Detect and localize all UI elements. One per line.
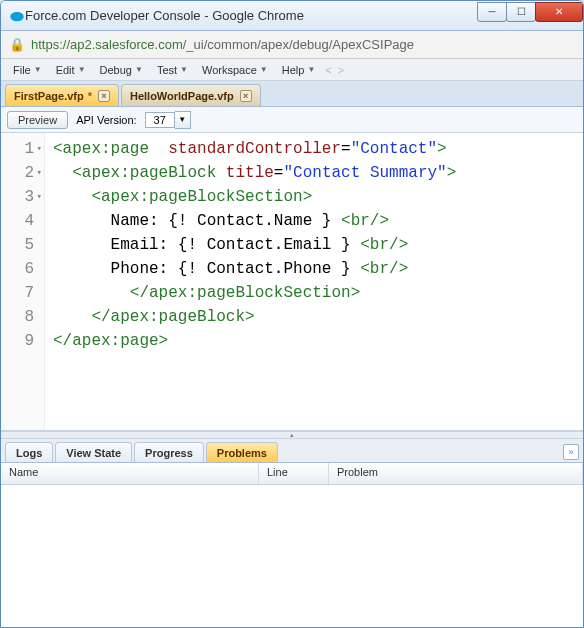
panel-splitter[interactable]: ▴ (1, 431, 583, 439)
line-number: 3 (1, 185, 40, 209)
code-line[interactable]: <apex:pageBlock title="Contact Summary"> (53, 161, 456, 185)
code-area[interactable]: <apex:page standardController="Contact">… (45, 133, 456, 430)
api-version-select[interactable]: ▼ (145, 111, 191, 129)
editor-toolbar: Preview API Version: ▼ (1, 107, 583, 133)
code-editor[interactable]: 123456789 <apex:page standardController=… (1, 133, 583, 431)
tab-label: HelloWorldPage.vfp (130, 90, 234, 102)
svg-point-0 (10, 12, 23, 21)
code-line[interactable]: Email: {! Contact.Email } <br/> (53, 233, 456, 257)
tab-close-icon[interactable]: × (98, 90, 110, 102)
minimize-button[interactable]: ─ (477, 2, 507, 22)
window-controls: ─ ☐ ✕ (478, 2, 583, 24)
chevron-down-icon: ▼ (180, 65, 188, 74)
menubar: File▼ Edit▼ Debug▼ Test▼ Workspace▼ Help… (1, 59, 583, 81)
chevron-down-icon: ▼ (307, 65, 315, 74)
tab-label: FirstPage.vfp (14, 90, 84, 102)
expand-panel-icon[interactable]: » (563, 444, 579, 460)
problems-header: Name Line Problem (1, 463, 583, 485)
menu-debug[interactable]: Debug▼ (94, 62, 149, 78)
code-line[interactable]: </apex:pageBlock> (53, 305, 456, 329)
tab-problems[interactable]: Problems (206, 442, 278, 462)
editor-tabs: FirstPage.vfp* × HelloWorldPage.vfp × (1, 81, 583, 107)
close-button[interactable]: ✕ (535, 2, 583, 22)
api-version-label: API Version: (76, 114, 137, 126)
line-number: 1 (1, 137, 40, 161)
bottom-panel-tabs: Logs View State Progress Problems » (1, 439, 583, 463)
nav-next[interactable]: > (338, 64, 344, 76)
column-line[interactable]: Line (259, 463, 329, 484)
line-number: 2 (1, 161, 40, 185)
tab-progress[interactable]: Progress (134, 442, 204, 462)
code-line[interactable]: <apex:pageBlockSection> (53, 185, 456, 209)
chrome-window: Force.com Developer Console - Google Chr… (0, 0, 584, 628)
tab-firstpage[interactable]: FirstPage.vfp* × (5, 84, 119, 106)
column-problem[interactable]: Problem (329, 463, 583, 484)
chevron-down-icon: ▼ (135, 65, 143, 74)
chevron-down-icon: ▼ (78, 65, 86, 74)
address-bar[interactable]: 🔒 https://ap2.salesforce.com/_ui/common/… (1, 31, 583, 59)
url-host: https://ap2.salesforce.com (31, 37, 183, 52)
lock-icon: 🔒 (9, 37, 25, 52)
code-line[interactable]: <apex:page standardController="Contact"> (53, 137, 456, 161)
line-number: 7 (1, 281, 40, 305)
line-number: 4 (1, 209, 40, 233)
preview-button[interactable]: Preview (7, 111, 68, 129)
code-line[interactable]: </apex:page> (53, 329, 456, 353)
code-line[interactable]: Phone: {! Contact.Phone } <br/> (53, 257, 456, 281)
menu-help[interactable]: Help▼ (276, 62, 322, 78)
line-number: 6 (1, 257, 40, 281)
api-version-input[interactable] (145, 112, 175, 128)
menu-test[interactable]: Test▼ (151, 62, 194, 78)
tab-close-icon[interactable]: × (240, 90, 252, 102)
maximize-button[interactable]: ☐ (506, 2, 536, 22)
code-line[interactable]: </apex:pageBlockSection> (53, 281, 456, 305)
code-line[interactable]: Name: {! Contact.Name } <br/> (53, 209, 456, 233)
chevron-down-icon[interactable]: ▼ (175, 111, 191, 129)
nav-prev[interactable]: < (325, 64, 331, 76)
chevron-down-icon: ▼ (260, 65, 268, 74)
problems-body (1, 485, 583, 627)
url-path: /_ui/common/apex/debug/ApexCSIPage (183, 37, 414, 52)
tab-logs[interactable]: Logs (5, 442, 53, 462)
line-number: 9 (1, 329, 40, 353)
tab-helloworld[interactable]: HelloWorldPage.vfp × (121, 84, 261, 106)
titlebar: Force.com Developer Console - Google Chr… (1, 1, 583, 31)
url-text: https://ap2.salesforce.com/_ui/common/ap… (31, 37, 414, 52)
menu-edit[interactable]: Edit▼ (50, 62, 92, 78)
menu-workspace[interactable]: Workspace▼ (196, 62, 274, 78)
salesforce-logo-icon (9, 8, 25, 24)
chevron-down-icon: ▼ (34, 65, 42, 74)
line-number: 5 (1, 233, 40, 257)
tab-viewstate[interactable]: View State (55, 442, 132, 462)
line-gutter: 123456789 (1, 133, 45, 430)
menu-file[interactable]: File▼ (7, 62, 48, 78)
window-title: Force.com Developer Console - Google Chr… (25, 8, 478, 23)
column-name[interactable]: Name (1, 463, 259, 484)
line-number: 8 (1, 305, 40, 329)
dirty-indicator: * (88, 90, 92, 102)
